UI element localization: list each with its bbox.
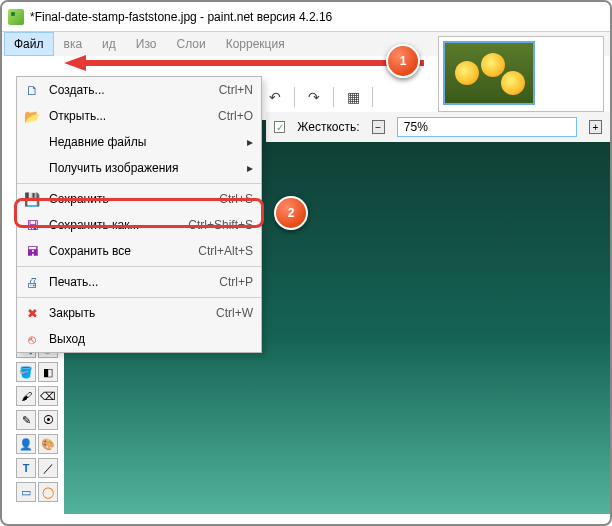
image-thumbnail[interactable]: [443, 41, 535, 105]
new-file-icon: 🗋: [21, 83, 43, 98]
window-titlebar: *Final-date-stamp-faststone.jpg - paint.…: [2, 2, 610, 32]
hardness-increase[interactable]: +: [589, 120, 602, 134]
menu-item-new[interactable]: 🗋 Создать... Ctrl+N: [17, 77, 261, 103]
menu-image[interactable]: Изо: [126, 32, 167, 56]
antialias-checkbox[interactable]: ✓: [274, 121, 285, 133]
eraser-tool-icon[interactable]: ⌫: [38, 386, 58, 406]
recolor-tool-icon[interactable]: 🎨: [38, 434, 58, 454]
hardness-decrease[interactable]: −: [372, 120, 385, 134]
menu-item-close[interactable]: ✖ Закрыть Ctrl+W: [17, 300, 261, 326]
separator: [372, 87, 373, 107]
tool-palette: 🔍 ✋ 🪣 ◧ 🖌 ⌫ ✎ ⦿ 👤 🎨 T ／ ▭ ◯: [16, 338, 60, 502]
gradient-tool-icon[interactable]: ◧: [38, 362, 58, 382]
exit-icon: ⎋: [21, 332, 43, 347]
menu-separator: [17, 297, 261, 298]
flower-icon: [481, 53, 505, 77]
window-title: *Final-date-stamp-faststone.jpg - paint.…: [30, 10, 332, 24]
picker-tool-icon[interactable]: ⦿: [38, 410, 58, 430]
app-icon: [8, 9, 24, 25]
menu-item-save-all[interactable]: 🖬 Сохранить все Ctrl+Alt+S: [17, 238, 261, 264]
text-tool-icon[interactable]: T: [16, 458, 36, 478]
flower-icon: [455, 61, 479, 85]
hardness-value[interactable]: 75%: [397, 117, 577, 137]
file-menu-dropdown: 🗋 Создать... Ctrl+N 📂 Открыть... Ctrl+O …: [16, 76, 262, 353]
menu-item-save[interactable]: 💾 Сохранить Ctrl+S: [17, 186, 261, 212]
menu-view[interactable]: ид: [92, 32, 126, 56]
menu-item-exit[interactable]: ⎋ Выход: [17, 326, 261, 352]
menu-item-open[interactable]: 📂 Открыть... Ctrl+O: [17, 103, 261, 129]
menu-adjust[interactable]: Коррекция: [216, 32, 295, 56]
menu-item-save-as[interactable]: 🖫 Сохранить как... Ctrl+Shift+S: [17, 212, 261, 238]
save-icon: 💾: [21, 192, 43, 207]
close-icon: ✖: [21, 306, 43, 321]
options-bar: ✓ Жесткость: − 75% +: [266, 112, 610, 142]
image-list: [438, 36, 604, 112]
redo-icon[interactable]: ↷: [305, 88, 323, 106]
menu-separator: [17, 183, 261, 184]
menu-layers[interactable]: Слои: [166, 32, 215, 56]
annotation-callout-1: 1: [386, 44, 420, 78]
separator: [333, 87, 334, 107]
save-as-icon: 🖫: [21, 218, 43, 233]
annotation-callout-2: 2: [274, 196, 308, 230]
undo-icon[interactable]: ↶: [266, 88, 284, 106]
pencil-tool-icon[interactable]: ✎: [16, 410, 36, 430]
flower-icon: [501, 71, 525, 95]
svg-marker-0: [64, 55, 424, 71]
ellipse-tool-icon[interactable]: ◯: [38, 482, 58, 502]
clone-tool-icon[interactable]: 👤: [16, 434, 36, 454]
menu-item-acquire[interactable]: Получить изображения: [17, 155, 261, 181]
brush-tool-icon[interactable]: 🖌: [16, 386, 36, 406]
save-all-icon: 🖬: [21, 244, 43, 259]
open-folder-icon: 📂: [21, 109, 43, 124]
toolbar-strip: ↶ ↷ ▦: [266, 82, 373, 112]
bucket-tool-icon[interactable]: 🪣: [16, 362, 36, 382]
hardness-label: Жесткость:: [297, 120, 359, 134]
print-icon: 🖨: [21, 275, 43, 290]
menu-item-print[interactable]: 🖨 Печать... Ctrl+P: [17, 269, 261, 295]
menu-file[interactable]: Файл: [4, 32, 54, 56]
menu-edit[interactable]: вка: [54, 32, 93, 56]
line-tool-icon[interactable]: ／: [38, 458, 58, 478]
grid-icon[interactable]: ▦: [344, 88, 362, 106]
separator: [294, 87, 295, 107]
menu-item-recent[interactable]: Недавние файлы: [17, 129, 261, 155]
menu-separator: [17, 266, 261, 267]
annotation-arrow: [64, 55, 424, 71]
rect-tool-icon[interactable]: ▭: [16, 482, 36, 502]
